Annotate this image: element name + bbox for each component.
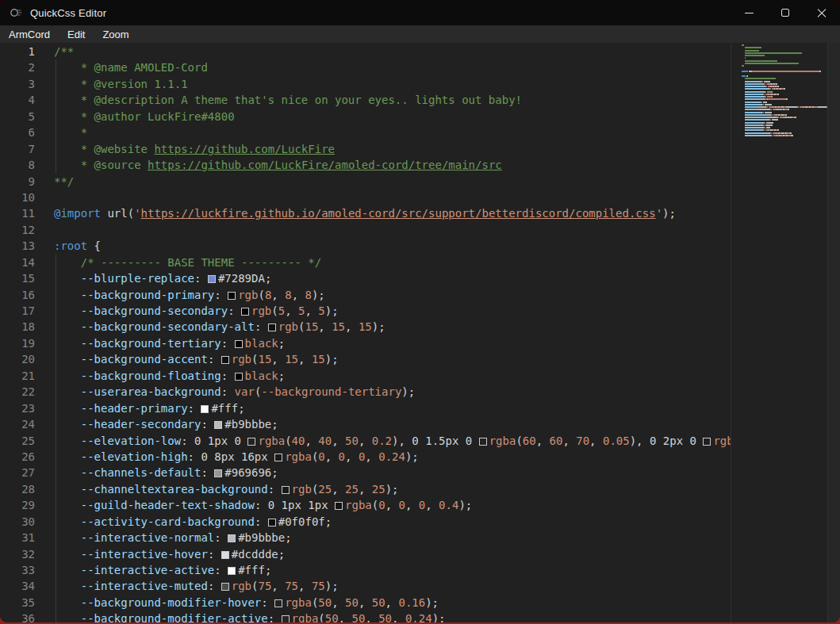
line-number[interactable]: 5	[0, 109, 35, 124]
code-line[interactable]: 13:root {	[0, 238, 731, 254]
line-number[interactable]: 1	[0, 44, 35, 59]
line-number[interactable]: 15	[0, 270, 35, 286]
minimap[interactable]	[742, 44, 827, 622]
line-number[interactable]: 12	[0, 222, 35, 238]
code-line[interactable]: 21 --background-floating: black;	[0, 368, 731, 384]
line-number[interactable]: 26	[0, 449, 35, 465]
line-number[interactable]: 32	[0, 546, 35, 562]
code-line[interactable]: 8 * @source https://github.com/LuckFire/…	[0, 157, 731, 173]
color-swatch[interactable]	[201, 405, 209, 413]
line-number[interactable]: 34	[0, 578, 35, 594]
line-number[interactable]: 31	[0, 530, 35, 546]
color-swatch[interactable]	[235, 373, 243, 381]
vertical-scrollbar[interactable]	[828, 43, 840, 622]
color-swatch[interactable]	[268, 323, 276, 331]
color-swatch[interactable]	[228, 292, 236, 300]
code-line[interactable]: 32 --interactive-hover: #dcddde;	[0, 546, 731, 562]
code-line[interactable]: 31 --interactive-normal: #b9bbbe;	[0, 530, 731, 546]
code-line[interactable]: 20 --background-accent: rgb(15, 15, 15);	[0, 351, 731, 367]
color-swatch[interactable]	[208, 275, 216, 283]
code-line[interactable]: 27 --channels-default: #969696;	[0, 465, 731, 480]
line-number[interactable]: 36	[0, 611, 35, 622]
line-number[interactable]: 24	[0, 416, 35, 432]
color-swatch[interactable]	[268, 519, 276, 526]
code-line[interactable]: 18 --background-secondary-alt: rgb(15, 1…	[0, 319, 731, 335]
color-swatch[interactable]	[221, 583, 229, 591]
line-number[interactable]: 14	[0, 255, 35, 270]
line-number[interactable]: 13	[0, 238, 35, 254]
line-number[interactable]: 8	[0, 157, 35, 173]
menu-edit[interactable]: Edit	[59, 25, 94, 43]
color-swatch[interactable]	[282, 486, 290, 494]
code-line[interactable]: 26 --elevation-high: 0 8px 16px rgba(0, …	[0, 449, 731, 465]
line-number[interactable]: 4	[0, 92, 35, 108]
maximize-button[interactable]	[767, 0, 804, 25]
code-line[interactable]: 11@import url('https://luckfire.github.i…	[0, 205, 731, 221]
color-swatch[interactable]	[282, 615, 290, 622]
code-line[interactable]: 4 * @description A theme that's nice on …	[0, 92, 731, 108]
code-line[interactable]: 30 --activity-card-background: #0f0f0f;	[0, 514, 731, 530]
code-line[interactable]: 6 *	[0, 124, 731, 140]
color-swatch[interactable]	[214, 469, 222, 477]
code-line[interactable]: 22 --userarea-background: var(--backgrou…	[0, 384, 731, 400]
code-line[interactable]: 29 --guild-header-text-shadow: 0 1px 1px…	[0, 497, 731, 513]
line-number[interactable]: 30	[0, 514, 35, 530]
line-number[interactable]: 6	[0, 124, 35, 140]
color-swatch[interactable]	[479, 438, 487, 446]
line-number[interactable]: 22	[0, 384, 35, 400]
line-number[interactable]: 10	[0, 189, 35, 205]
code-line[interactable]: 25 --elevation-low: 0 1px 0 rgba(40, 40,…	[0, 433, 731, 449]
line-number[interactable]: 20	[0, 351, 35, 367]
minimize-button[interactable]	[731, 0, 767, 25]
color-swatch[interactable]	[335, 502, 343, 510]
code-line[interactable]: 3 * @version 1.1.1	[0, 76, 731, 92]
line-number[interactable]: 19	[0, 335, 35, 351]
line-number[interactable]: 11	[0, 205, 35, 221]
line-number[interactable]: 35	[0, 595, 35, 611]
code-line[interactable]: 17 --background-secondary: rgb(5, 5, 5);	[0, 303, 731, 319]
menu-armcord[interactable]: ArmCord	[0, 25, 59, 43]
menu-zoom[interactable]: Zoom	[94, 25, 137, 43]
code-line[interactable]: 5 * @author LuckFire#4800	[0, 109, 731, 124]
code-line[interactable]: 12	[0, 222, 731, 238]
color-swatch[interactable]	[221, 356, 229, 364]
line-number[interactable]: 23	[0, 400, 35, 416]
color-swatch[interactable]	[228, 534, 236, 542]
line-number[interactable]: 28	[0, 481, 35, 497]
line-number[interactable]: 7	[0, 141, 35, 157]
code-line[interactable]: 15 --blurple-replace: #7289DA;	[0, 270, 731, 286]
code-line[interactable]: 10	[0, 189, 731, 205]
code-line[interactable]: 34 --interactive-muted: rgb(75, 75, 75);	[0, 578, 731, 594]
code-line[interactable]: 19 --background-tertiary: black;	[0, 335, 731, 351]
code-line[interactable]: 1/**	[0, 44, 731, 59]
line-number[interactable]: 29	[0, 497, 35, 513]
color-swatch[interactable]	[235, 340, 243, 348]
color-swatch[interactable]	[228, 567, 236, 575]
color-swatch[interactable]	[247, 438, 255, 446]
code-editor[interactable]: 1/**2 * @name AMOLED-Cord3 * @version 1.…	[0, 43, 840, 622]
code-line[interactable]: 7 * @website https://github.com/LuckFire	[0, 141, 731, 157]
line-number[interactable]: 27	[0, 465, 35, 480]
code-line[interactable]: 16 --background-primary: rgb(8, 8, 8);	[0, 287, 731, 303]
code-line[interactable]: 36 --background-modifier-active: rgba(50…	[0, 611, 731, 622]
line-number[interactable]: 25	[0, 433, 35, 449]
line-number[interactable]: 18	[0, 319, 35, 335]
code-line[interactable]: 2 * @name AMOLED-Cord	[0, 59, 731, 75]
code-line[interactable]: 35 --background-modifier-hover: rgba(50,…	[0, 595, 731, 611]
line-number[interactable]: 2	[0, 59, 35, 75]
color-swatch[interactable]	[214, 421, 222, 429]
close-button[interactable]	[804, 0, 840, 25]
code-line[interactable]: 9**/	[0, 174, 731, 189]
color-swatch[interactable]	[241, 308, 249, 316]
code-line[interactable]: 28 --channeltextarea-background: rgb(25,…	[0, 481, 731, 497]
code-line[interactable]: 23 --header-primary: #fff;	[0, 400, 731, 416]
line-number[interactable]: 9	[0, 174, 35, 189]
line-number[interactable]: 3	[0, 76, 35, 92]
line-number[interactable]: 17	[0, 303, 35, 319]
color-swatch[interactable]	[274, 599, 282, 607]
color-swatch[interactable]	[274, 454, 282, 461]
line-number[interactable]: 21	[0, 368, 35, 384]
code-line[interactable]: 24 --header-secondary: #b9bbbe;	[0, 416, 731, 432]
line-number[interactable]: 16	[0, 287, 35, 303]
color-swatch[interactable]	[221, 551, 229, 559]
